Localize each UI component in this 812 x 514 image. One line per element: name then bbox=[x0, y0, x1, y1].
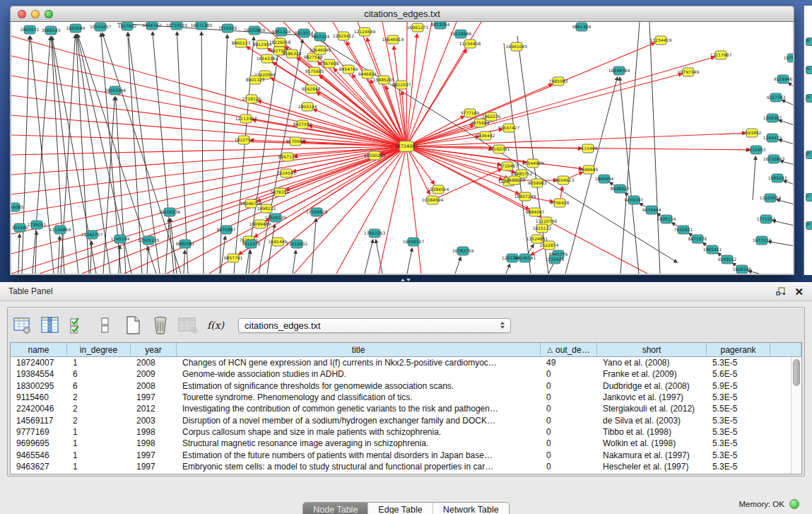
graph-node[interactable]: 1810754 bbox=[235, 136, 254, 144]
graph-node[interactable]: 17 bbox=[806, 193, 812, 201]
column-chooser-button[interactable] bbox=[40, 314, 61, 337]
graph-node[interactable]: 9361324 bbox=[272, 28, 291, 36]
graph-node[interactable]: 16210643 bbox=[763, 155, 785, 163]
graph-node[interactable]: 9245012 bbox=[718, 255, 737, 264]
select-all-button[interactable] bbox=[67, 314, 88, 337]
graph-node[interactable]: 1663044 bbox=[66, 24, 86, 33]
graph-node[interactable]: 12213343 bbox=[235, 115, 257, 123]
table-row[interactable]: 946362711997Embryonic stem cells: a mode… bbox=[11, 461, 801, 472]
graph-node[interactable]: 10384594 bbox=[422, 196, 444, 204]
graph-node[interactable]: 92 bbox=[806, 37, 812, 46]
graph-node[interactable]: 2718126 bbox=[242, 95, 261, 103]
graph-node[interactable]: 18807249 bbox=[514, 192, 536, 201]
graph-node[interactable]: 16961271 bbox=[407, 23, 429, 32]
graph-node[interactable]: 16961045 bbox=[506, 42, 528, 51]
graph-node[interactable]: 19218986 bbox=[450, 30, 472, 38]
graph-node[interactable]: 96 bbox=[806, 221, 812, 230]
graph-node[interactable]: 10647427 bbox=[498, 124, 520, 132]
graph-node[interactable]: 1498222 bbox=[257, 204, 276, 213]
graph-node[interactable]: 12124549 bbox=[354, 28, 376, 36]
graph-node[interactable]: 15 bbox=[806, 151, 812, 159]
column-header[interactable]: pagerank bbox=[707, 343, 770, 356]
close-window-button[interactable] bbox=[18, 10, 26, 18]
column-header[interactable]: year bbox=[131, 343, 177, 356]
graph-node[interactable]: 9474444 bbox=[642, 206, 661, 214]
graph-node[interactable]: 8215953 bbox=[747, 146, 766, 154]
graph-node[interactable]: 9082081 bbox=[176, 240, 195, 248]
graph-node[interactable]: 17359928 bbox=[306, 208, 328, 216]
graph-node[interactable]: 9756928 bbox=[551, 199, 570, 207]
delete-column-button[interactable] bbox=[150, 314, 171, 337]
new-column-button[interactable] bbox=[122, 314, 143, 337]
graph-node[interactable]: 8901323 bbox=[246, 76, 265, 84]
table-row[interactable]: 2242004622012Investigating the contribut… bbox=[11, 403, 801, 414]
graph-node[interactable]: 3069143 bbox=[42, 26, 61, 35]
graph-node[interactable]: 12825412 bbox=[333, 32, 355, 40]
minimize-window-button[interactable] bbox=[31, 10, 40, 18]
graph-node[interactable]: 16033809 bbox=[244, 26, 266, 35]
network-view-window[interactable]: citations_edges.txt 89601238912954182260… bbox=[10, 6, 794, 275]
table-row[interactable]: 911546021997Tourette syndrome. Phenomeno… bbox=[11, 392, 801, 403]
column-header[interactable]: △out_de… bbox=[541, 343, 597, 356]
graph-node[interactable]: 12217987 bbox=[710, 51, 732, 59]
graph-node[interactable]: 1771054 bbox=[757, 215, 776, 223]
memory-ok-indicator-icon[interactable] bbox=[789, 499, 799, 509]
graph-node[interactable]: 8471676 bbox=[688, 235, 707, 243]
graph-node[interactable]: 6479197 bbox=[625, 196, 644, 204]
graph-node[interactable]: 16648784 bbox=[608, 66, 630, 75]
graph-node[interactable]: 7515526 bbox=[218, 24, 237, 33]
graph-node[interactable]: 11156869 bbox=[49, 226, 71, 234]
graph-node[interactable]: 1677210 bbox=[753, 236, 772, 245]
graph-node[interactable]: 12342757 bbox=[81, 230, 103, 239]
column-header[interactable]: short bbox=[597, 343, 707, 356]
graph-node[interactable]: 9170048 bbox=[286, 137, 305, 146]
splitpane-handle[interactable] bbox=[400, 277, 411, 282]
graph-node[interactable]: 13654923 bbox=[553, 176, 575, 185]
graph-node[interactable]: 18 bbox=[806, 94, 812, 103]
graph-node[interactable]: 1145194 bbox=[111, 235, 130, 243]
graph-node[interactable]: 2616085 bbox=[11, 203, 24, 211]
graph-node[interactable]: 8960123 bbox=[232, 39, 251, 47]
column-header[interactable]: title bbox=[177, 343, 541, 356]
graph-node[interactable]: 1527602 bbox=[118, 22, 137, 30]
graph-node[interactable]: 11254408 bbox=[459, 40, 481, 48]
graph-node[interactable]: 2403572 bbox=[20, 25, 40, 34]
graph-node[interactable]: 11544909 bbox=[522, 159, 544, 168]
graph-node[interactable]: 19384554 bbox=[428, 185, 449, 194]
graph-node[interactable]: 17957253 bbox=[364, 229, 386, 238]
graph-node[interactable]: 6466162 bbox=[143, 22, 162, 30]
graph-node[interactable]: 7524541 bbox=[277, 169, 296, 177]
graph-node[interactable]: 9115460 bbox=[579, 144, 598, 153]
tab-network-table[interactable]: Network Table bbox=[433, 503, 509, 514]
graph-node[interactable]: 16543382 bbox=[257, 54, 278, 63]
graph-node[interactable]: 9857791 bbox=[224, 254, 243, 262]
graph-node[interactable]: 1244415 bbox=[763, 134, 782, 142]
table-row[interactable]: 1456911722003Disruption of a novel membe… bbox=[11, 414, 801, 426]
table-row[interactable]: 1938455462009Genome-wide association stu… bbox=[11, 368, 801, 380]
graph-node[interactable]: 1575107 bbox=[784, 54, 793, 62]
graph-node[interactable]: 8454749 bbox=[339, 65, 358, 74]
table-vertical-scrollbar[interactable] bbox=[791, 357, 801, 474]
graph-node[interactable]: 1615132 bbox=[533, 224, 552, 233]
column-header[interactable]: name bbox=[11, 343, 67, 356]
tab-node-table[interactable]: Node Table bbox=[303, 503, 367, 514]
table-row[interactable]: 977716911998Corpus callosum shape and si… bbox=[11, 426, 801, 438]
float-panel-button[interactable] bbox=[776, 287, 786, 296]
graph-node[interactable]: 29053346 bbox=[105, 86, 126, 95]
graph-node[interactable]: 1589297 bbox=[768, 174, 787, 182]
graph-node[interactable]: 10553257 bbox=[90, 23, 112, 31]
graph-node[interactable]: 11012002 bbox=[286, 240, 308, 248]
graph-node[interactable]: 8186328 bbox=[283, 49, 302, 58]
window-titlebar[interactable]: citations_edges.txt bbox=[10, 6, 794, 22]
graph-node[interactable]: 1691440 bbox=[269, 238, 288, 246]
graph-node[interactable]: 7632621 bbox=[674, 226, 693, 234]
graph-node[interactable]: 8813054 bbox=[431, 22, 450, 29]
graph-node[interactable]: 12160781 bbox=[488, 145, 510, 153]
graph-node[interactable]: 9975887 bbox=[217, 226, 236, 234]
graph-node[interactable]: 7857224 bbox=[311, 33, 330, 41]
graph-node[interactable]: 9242848 bbox=[302, 85, 321, 93]
graph-node[interactable]: 1593852 bbox=[743, 129, 762, 137]
graph-node[interactable]: 1735051 bbox=[28, 221, 47, 229]
graph-node[interactable]: 1928346 bbox=[733, 265, 752, 274]
graph-node[interactable]: 9884067 bbox=[526, 208, 545, 216]
